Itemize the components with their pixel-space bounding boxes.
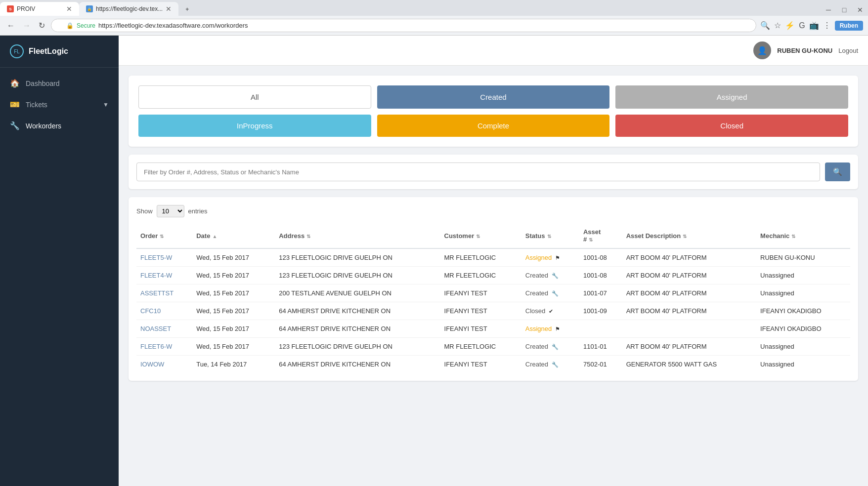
col-mechanic[interactable]: Mechanic⇅: [756, 223, 850, 248]
cell-address: 123 FLEETLOGIC DRIVE GUELPH ON: [275, 267, 440, 284]
status-badge: Created: [525, 272, 548, 279]
sidebar-item-label-dashboard: Dashboard: [26, 80, 60, 87]
cell-date: Wed, 15 Feb 2017: [192, 320, 275, 338]
table-row: FLEET4-W Wed, 15 Feb 2017 123 FLEETLOGIC…: [136, 267, 850, 284]
filter-all-button[interactable]: All: [138, 85, 371, 109]
cell-asset-num: 1001-08: [579, 267, 622, 284]
table-container: Show 10 25 50 100 entries Order⇅ Date▲: [129, 197, 858, 381]
sort-icon-asset-num: ⇅: [589, 237, 593, 243]
browser-tab-2[interactable]: 🔒 https://fleetlogic-dev.tex... ✕: [79, 2, 178, 16]
search-button[interactable]: 🔍: [825, 162, 850, 181]
order-link[interactable]: FLEET5-W: [140, 254, 172, 261]
googleaccount-button[interactable]: G: [799, 21, 805, 30]
table-row: FLEET6-W Wed, 15 Feb 2017 123 FLEETLOGIC…: [136, 338, 850, 356]
cell-date: Wed, 15 Feb 2017: [192, 302, 275, 320]
sidebar-item-workorders[interactable]: 🔧 Workorders: [0, 115, 119, 136]
cast-button[interactable]: 📺: [809, 21, 819, 30]
tab-favicon-2: 🔒: [86, 5, 93, 12]
cell-asset-desc: [622, 320, 756, 338]
cell-status: Created 🔧: [521, 338, 579, 356]
cell-order: IOWOW: [136, 356, 192, 373]
sidebar-item-label-tickets: Tickets: [26, 101, 47, 109]
sidebar-item-dashboard[interactable]: 🏠 Dashboard: [0, 73, 119, 94]
cell-asset-desc: ART BOOM 40' PLATFORM: [622, 248, 756, 267]
col-asset-desc[interactable]: Asset Description⇅: [622, 223, 756, 248]
filter-closed-button[interactable]: Closed: [615, 115, 848, 137]
browser-tab-1[interactable]: S PROIV ✕: [0, 2, 79, 16]
order-link[interactable]: IOWOW: [140, 361, 164, 368]
sort-icon-customer: ⇅: [476, 234, 480, 239]
maximize-button[interactable]: □: [836, 4, 852, 16]
cell-date: Wed, 15 Feb 2017: [192, 284, 275, 302]
window-controls: ─ □ ✕: [821, 4, 868, 16]
forward-button[interactable]: →: [21, 20, 33, 31]
order-link[interactable]: FLEET6-W: [140, 343, 172, 350]
back-button[interactable]: ←: [5, 20, 17, 31]
cell-address: 64 AMHERST DRIVE KITCHENER ON: [275, 302, 440, 320]
filter-created-button[interactable]: Created: [377, 85, 610, 109]
browser-tabs: S PROIV ✕ 🔒 https://fleetlogic-dev.tex..…: [0, 0, 868, 16]
bookmark-button[interactable]: ☆: [774, 21, 781, 30]
cell-mechanic: IFEANYI OKADIGBO: [756, 320, 850, 338]
cell-order: CFC10: [136, 302, 192, 320]
col-asset-num[interactable]: Asset#⇅: [579, 223, 622, 248]
col-status[interactable]: Status⇅: [521, 223, 579, 248]
cell-mechanic: RUBEN GU-KONU: [756, 248, 850, 267]
logo-text: FleetLogic: [29, 47, 68, 56]
sidebar: FL FleetLogic 🏠 Dashboard 🎫 Tickets ▼ 🔧 …: [0, 36, 119, 486]
col-address[interactable]: Address⇅: [275, 223, 440, 248]
sidebar-item-tickets[interactable]: 🎫 Tickets ▼: [0, 94, 119, 115]
address-input[interactable]: 🔒 Secure https://fleetlogic-dev.texadaso…: [51, 19, 756, 32]
search-input[interactable]: [136, 162, 820, 181]
cell-address: 123 FLEETLOGIC DRIVE GUELPH ON: [275, 248, 440, 267]
search-action-button[interactable]: 🔍: [760, 21, 770, 30]
status-badge: Assigned: [525, 325, 552, 332]
minimize-button[interactable]: ─: [821, 4, 836, 16]
cell-address: 200 TESTLANE AVENUE GUELPH ON: [275, 284, 440, 302]
sort-icon-status: ⇅: [547, 234, 551, 239]
status-icon: 🔧: [552, 273, 559, 279]
order-link[interactable]: FLEET4-W: [140, 272, 172, 279]
show-label: Show: [136, 207, 153, 215]
tab-close-1[interactable]: ✕: [66, 5, 72, 13]
logout-button[interactable]: Logout: [838, 47, 858, 54]
status-badge: Assigned: [525, 254, 552, 261]
filter-complete-button[interactable]: Complete: [377, 115, 610, 137]
sidebar-nav: 🏠 Dashboard 🎫 Tickets ▼ 🔧 Workorders: [0, 68, 119, 141]
logo-icon: FL: [10, 44, 24, 58]
sort-icon-order: ⇅: [160, 234, 164, 239]
col-date[interactable]: Date▲: [192, 223, 275, 248]
address-url: https://fleetlogic-dev.texadasoftware.co…: [98, 22, 248, 29]
entries-select[interactable]: 10 25 50 100: [157, 205, 184, 217]
cell-order: NOASSET: [136, 320, 192, 338]
order-link[interactable]: CFC10: [140, 307, 161, 315]
more-button[interactable]: ⋮: [823, 21, 831, 30]
tab-close-2[interactable]: ✕: [166, 5, 172, 13]
filter-inprogress-button[interactable]: InProgress: [138, 115, 371, 137]
cell-customer: IFEANYI TEST: [440, 302, 521, 320]
extensions-button[interactable]: ⚡: [785, 21, 795, 30]
order-link[interactable]: NOASSET: [140, 325, 171, 332]
cell-status: Created 🔧: [521, 284, 579, 302]
cell-status: Assigned ⚑: [521, 248, 579, 267]
content-area: All Created Assigned InProgress Complete…: [119, 66, 868, 391]
cell-asset-num: 1001-09: [579, 302, 622, 320]
status-icon: ✔: [549, 308, 553, 314]
table-row: IOWOW Tue, 14 Feb 2017 64 AMHERST DRIVE …: [136, 356, 850, 373]
filter-assigned-button[interactable]: Assigned: [615, 85, 848, 109]
order-link[interactable]: ASSETTST: [140, 289, 174, 297]
close-button[interactable]: ✕: [852, 4, 868, 16]
cell-asset-num: [579, 320, 622, 338]
secure-label: Secure: [77, 22, 95, 29]
new-tab-button[interactable]: +: [178, 3, 198, 16]
reload-button[interactable]: ↻: [37, 20, 47, 31]
profile-badge[interactable]: Ruben: [835, 21, 863, 31]
col-customer[interactable]: Customer⇅: [440, 223, 521, 248]
table-row: ASSETTST Wed, 15 Feb 2017 200 TESTLANE A…: [136, 284, 850, 302]
user-name: RUBEN GU-KONU: [777, 47, 832, 54]
cell-mechanic: Unassigned: [756, 284, 850, 302]
table-row: NOASSET Wed, 15 Feb 2017 64 AMHERST DRIV…: [136, 320, 850, 338]
cell-asset-desc: ART BOOM 40' PLATFORM: [622, 302, 756, 320]
cell-order: FLEET5-W: [136, 248, 192, 267]
col-order[interactable]: Order⇅: [136, 223, 192, 248]
